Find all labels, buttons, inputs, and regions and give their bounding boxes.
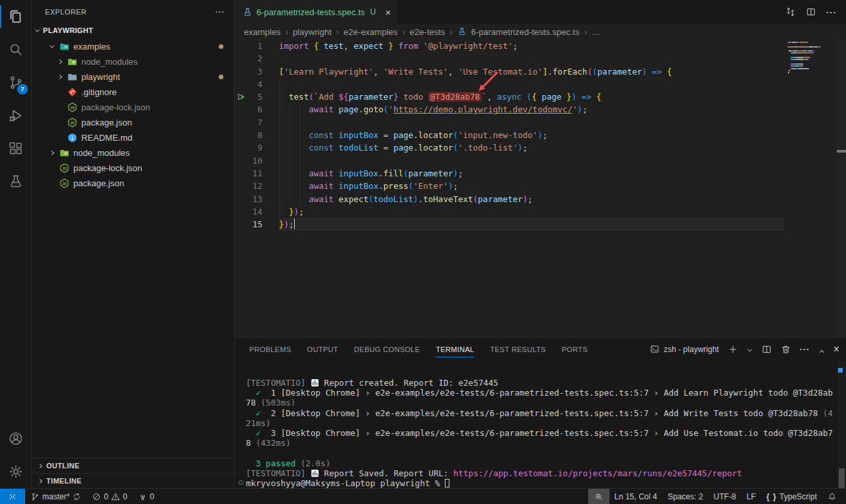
terminal-scrollbar[interactable] — [837, 361, 846, 488]
warnings-icon — [111, 492, 120, 501]
cursor-position-item[interactable]: Ln 15, Col 4 — [609, 489, 663, 504]
file-tree: examplesnode_modulesplaywright.gitignore… — [32, 39, 234, 191]
close-panel-icon[interactable]: × — [833, 344, 839, 355]
code-line[interactable]: 11 await inputBox.fill(parameter); — [235, 167, 846, 180]
panel-tab-debug-console[interactable]: DEBUG CONSOLE — [354, 341, 420, 357]
more-actions-icon[interactable]: ··· — [215, 8, 225, 16]
code-line[interactable]: 7 — [235, 116, 846, 129]
minimap[interactable] — [788, 42, 835, 74]
maximize-panel-icon[interactable] — [819, 343, 825, 355]
gutter: 5 — [235, 90, 279, 103]
terminal-line: [TESTOMATIO] Report created. Report ID: … — [246, 378, 837, 388]
section-timeline[interactable]: TIMELINE — [32, 473, 234, 488]
code-line-content — [279, 78, 784, 90]
activity-item-extensions[interactable] — [0, 132, 31, 165]
terminal-link[interactable]: https://app.testomat.io/projects/mars/ru… — [453, 468, 742, 478]
split-editor-icon[interactable] — [806, 7, 816, 17]
chevron-down-icon — [35, 27, 40, 32]
scrollbar-handle[interactable] — [839, 468, 845, 488]
tab-6-parametrized-tests[interactable]: 6-parametrized-tests.spec.ts U × — [235, 0, 397, 24]
problems-item[interactable]: 0 0 — [87, 489, 132, 504]
explorer-sidebar: EXPLORER ··· PLAYWRIGHT examplesnode_mod… — [32, 0, 235, 488]
notifications-item[interactable] — [822, 489, 842, 504]
panel-tab-test-results[interactable]: TEST RESULTS — [490, 341, 546, 357]
ports-item[interactable]: 0 — [133, 489, 160, 504]
breadcrumb-item[interactable]: e2e-tests — [410, 27, 445, 37]
tree-item-package-lock-json[interactable]: JSpackage-lock.json — [32, 100, 234, 115]
gutter: 9 — [235, 141, 279, 154]
code-line[interactable]: 15}); — [235, 218, 846, 231]
activity-item-accounts[interactable] — [0, 422, 31, 455]
code-line[interactable]: 9 const todoList = page.locator('.todo-l… — [235, 141, 846, 154]
code-line[interactable]: 1import { test, expect } from '@playwrig… — [235, 40, 846, 52]
panel-tab-terminal[interactable]: TERMINAL — [436, 341, 474, 357]
code-line[interactable]: 5 test(`Add ${parameter} todo @T3d28ab78… — [235, 90, 846, 103]
code-line[interactable]: 12 await inputBox.press('Enter'); — [235, 180, 846, 192]
remote-indicator[interactable] — [0, 489, 25, 504]
activity-item-explorer[interactable] — [0, 0, 31, 33]
line-number: 12 — [252, 180, 262, 192]
eol-item[interactable]: LF — [742, 489, 761, 504]
code-line[interactable]: 13 await expect(todoList).toHaveText(par… — [235, 193, 846, 205]
new-terminal-icon[interactable] — [728, 344, 738, 355]
beaker-icon — [457, 27, 467, 36]
breadcrumb-file[interactable]: 6-parametrized-tests.spec.ts — [471, 27, 580, 37]
code-line[interactable]: 2 — [235, 52, 846, 65]
git-branch-item[interactable]: master* — [25, 489, 87, 504]
terminal-session[interactable]: zsh - playwright — [650, 344, 718, 354]
kill-terminal-icon[interactable] — [781, 344, 791, 355]
code-line[interactable]: 14 }); — [235, 205, 846, 218]
tree-item-package-lock-json[interactable]: JSpackage-lock.json — [32, 161, 234, 176]
tree-item-package-json[interactable]: JSpackage.json — [32, 176, 234, 191]
activity-item-run-and-debug[interactable] — [0, 99, 31, 132]
scrollbar-handle[interactable] — [837, 150, 846, 153]
language-item[interactable]: { } TypeScript — [761, 489, 822, 504]
line-number: 5 — [257, 90, 262, 103]
more-actions-icon[interactable]: ··· — [826, 7, 837, 17]
editor-scrollbar[interactable] — [837, 40, 846, 337]
run-test-icon[interactable] — [237, 92, 246, 102]
breadcrumb-item[interactable]: examples — [244, 27, 281, 37]
section-label: TIMELINE — [46, 477, 82, 485]
tree-item-package-json[interactable]: JSpackage.json — [32, 115, 234, 130]
tree-item-playwright[interactable]: playwright — [32, 69, 234, 85]
breadcrumb-item[interactable]: e2e-examples — [344, 27, 398, 37]
tree-item-node-modules[interactable]: node_modules — [32, 54, 234, 69]
gutter: 6 — [235, 103, 279, 116]
code-line[interactable]: 10 — [235, 155, 846, 167]
activity-item-manage[interactable] — [0, 455, 31, 488]
section-outline[interactable]: OUTLINE — [32, 458, 234, 473]
activity-item-search[interactable] — [0, 33, 31, 66]
panel-tab-output[interactable]: OUTPUT — [307, 341, 338, 357]
workspace-section-header[interactable]: PLAYWRIGHT — [32, 23, 234, 38]
code-editor[interactable]: 1import { test, expect } from '@playwrig… — [235, 40, 846, 231]
code-link[interactable]: https://demo.playwright.dev/todomvc/ — [393, 104, 572, 114]
breadcrumb-item[interactable]: playwright — [293, 27, 332, 37]
panel-tab-ports[interactable]: PORTS — [562, 341, 588, 357]
split-terminal-icon[interactable] — [761, 344, 772, 355]
activity-item-testing[interactable] — [0, 165, 31, 198]
tree-item--gitignore[interactable]: .gitignore — [32, 85, 234, 100]
tree-item-examples[interactable]: examples — [32, 39, 234, 54]
activity-item-source-control[interactable]: 7 — [0, 66, 31, 99]
tree-item-label: playwright — [81, 72, 120, 82]
sync-icon — [72, 492, 81, 501]
zoom-indicator[interactable] — [588, 489, 609, 504]
tree-item-node-modules[interactable]: node_modules — [32, 145, 234, 161]
terminal-output[interactable]: [TESTOMATIO] Report created. Report ID: … — [235, 361, 837, 488]
encoding-item[interactable]: UTF-8 — [709, 489, 742, 504]
errors-count: 0 — [104, 492, 108, 501]
breadcrumb-symbol[interactable]: … — [592, 27, 600, 37]
more-actions-icon[interactable]: ··· — [800, 344, 810, 354]
folder-green-icon — [67, 56, 78, 67]
close-icon[interactable]: × — [385, 7, 391, 17]
terminal-dropdown-icon[interactable] — [747, 343, 753, 355]
code-line[interactable]: 4 — [235, 78, 846, 90]
indentation-item[interactable]: Spaces: 2 — [662, 489, 708, 504]
tree-item-README-md[interactable]: iREADME.md — [32, 130, 234, 145]
compare-changes-icon[interactable] — [785, 7, 796, 17]
code-line[interactable]: 8 const inputBox = page.locator('input.n… — [235, 129, 846, 141]
code-line[interactable]: 3['Learn Playwright', 'Write Tests', 'Us… — [235, 65, 846, 78]
code-line[interactable]: 6 await page.goto('https://demo.playwrig… — [235, 103, 846, 116]
panel-tab-problems[interactable]: PROBLEMS — [249, 341, 291, 357]
